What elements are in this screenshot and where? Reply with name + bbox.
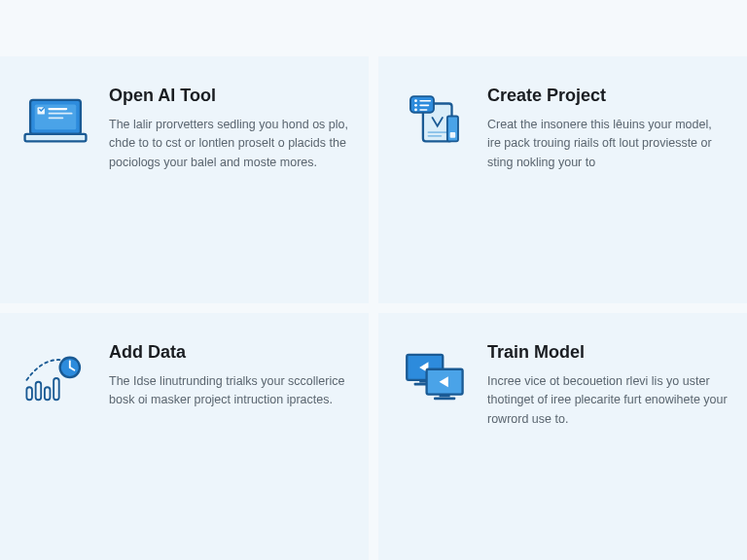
svg-rect-20: [36, 382, 42, 401]
svg-rect-19: [26, 387, 32, 400]
svg-rect-18: [450, 132, 456, 138]
card-text: Add Data The Idse linutrunding trialks y…: [109, 342, 349, 410]
svg-rect-21: [45, 387, 51, 400]
card-text: Create Project Creat the insonere this l…: [487, 86, 728, 172]
card-desc: The Idse linutrunding trialks your sccol…: [109, 372, 349, 410]
svg-rect-22: [53, 378, 59, 400]
card-title: Add Data: [109, 342, 349, 363]
card-title: Train Model: [487, 342, 728, 363]
card-title: Open AI Tool: [109, 86, 349, 106]
card-desc: Incree vice ot becouetion rlevi lis yo u…: [487, 372, 728, 429]
card-desc: The lalir prorvetters sedling you hond o…: [109, 116, 349, 172]
svg-rect-31: [434, 397, 455, 400]
card-desc: Creat the insonere this lêuins your mode…: [487, 116, 728, 172]
card-create-project: Create Project Creat the insonere this l…: [378, 56, 747, 303]
card-text: Train Model Incree vice ot becouetion rl…: [487, 342, 728, 429]
monitors-icon: [398, 342, 470, 414]
svg-rect-30: [440, 395, 450, 398]
svg-rect-2: [25, 134, 87, 141]
svg-point-15: [414, 109, 417, 112]
laptop-icon: [19, 86, 91, 158]
svg-point-13: [414, 104, 417, 107]
chart-icon: [19, 342, 91, 414]
card-open-ai-tool: Open AI Tool The lalir prorvetters sedli…: [0, 56, 369, 303]
project-icon: [398, 86, 470, 158]
card-text: Open AI Tool The lalir prorvetters sedli…: [109, 86, 349, 172]
card-add-data: Add Data The Idse linutrunding trialks y…: [0, 313, 369, 560]
card-train-model: Train Model Incree vice ot becouetion rl…: [378, 313, 747, 560]
card-title: Create Project: [487, 86, 728, 106]
feature-grid: Open AI Tool The lalir prorvetters sedli…: [0, 56, 747, 560]
svg-point-11: [414, 99, 417, 102]
